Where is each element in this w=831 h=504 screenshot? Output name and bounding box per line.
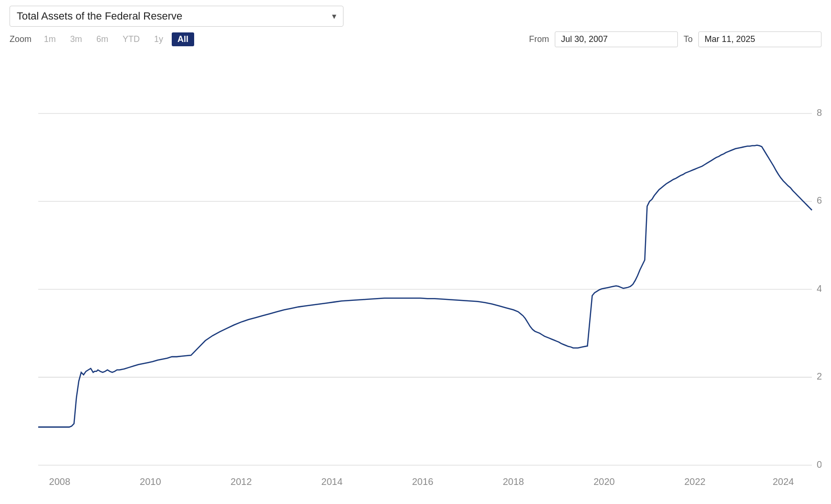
zoom-6m-button[interactable]: 6m bbox=[91, 32, 114, 46]
x-label-2018: 2018 bbox=[503, 476, 524, 486]
zoom-1m-button[interactable]: 1m bbox=[38, 32, 62, 46]
series-title: Total Assets of the Federal Reserve bbox=[17, 10, 182, 22]
y-label-6m: 6M bbox=[817, 195, 821, 206]
line-chart: 0 2M 4M 6M 8M 2008 2010 2012 2014 2016 2… bbox=[10, 55, 821, 494]
zoom-group: Zoom 1m 3m 6m YTD 1y All bbox=[10, 32, 194, 46]
y-label-2m: 2M bbox=[817, 371, 821, 381]
x-label-2010: 2010 bbox=[140, 476, 161, 486]
x-label-2012: 2012 bbox=[230, 476, 252, 486]
x-label-2024: 2024 bbox=[773, 476, 794, 486]
zoom-3m-button[interactable]: 3m bbox=[64, 32, 88, 46]
zoom-all-button[interactable]: All bbox=[172, 32, 194, 46]
date-range-group: From To bbox=[529, 31, 821, 47]
x-label-2008: 2008 bbox=[49, 476, 71, 486]
y-label-4m: 4M bbox=[817, 283, 821, 294]
fed-assets-line bbox=[38, 145, 812, 427]
x-label-2014: 2014 bbox=[322, 476, 343, 486]
y-label-0: 0 bbox=[817, 459, 821, 469]
y-label-8m: 8M bbox=[817, 107, 821, 118]
to-date-input[interactable] bbox=[698, 31, 821, 47]
from-label: From bbox=[529, 34, 549, 44]
zoom-1y-button[interactable]: 1y bbox=[148, 32, 169, 46]
zoom-label: Zoom bbox=[10, 34, 31, 44]
x-label-2022: 2022 bbox=[684, 476, 706, 486]
x-label-2020: 2020 bbox=[593, 476, 615, 486]
series-dropdown[interactable]: Total Assets of the Federal Reserve ▾ bbox=[10, 6, 343, 27]
zoom-ytd-button[interactable]: YTD bbox=[117, 32, 145, 46]
chart-area: 0 2M 4M 6M 8M 2008 2010 2012 2014 2016 2… bbox=[10, 55, 821, 494]
from-date-input[interactable] bbox=[555, 31, 678, 47]
x-label-2016: 2016 bbox=[412, 476, 434, 486]
chevron-down-icon: ▾ bbox=[332, 11, 336, 21]
to-label: To bbox=[684, 34, 693, 44]
controls-row: Zoom 1m 3m 6m YTD 1y All From To bbox=[10, 31, 821, 47]
